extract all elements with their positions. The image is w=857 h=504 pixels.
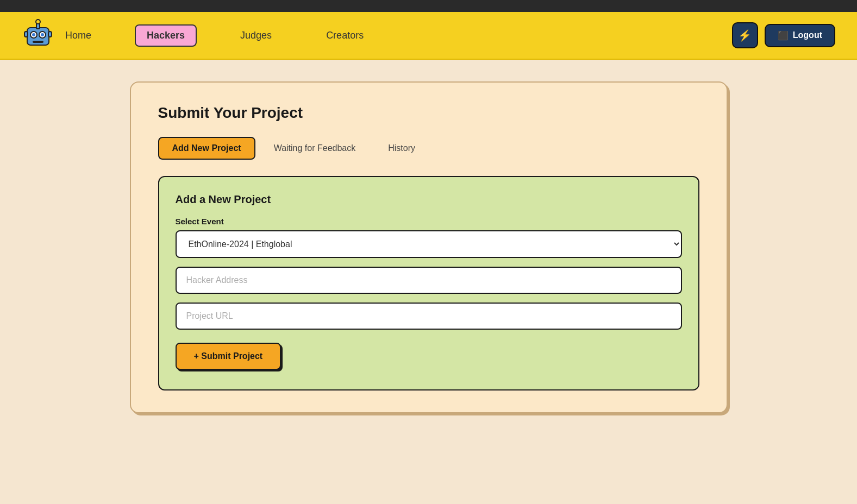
tabs-bar: Add New Project Waiting for Feedback His… (158, 137, 699, 160)
navbar-links: Home Hackers Judges Creators (54, 24, 732, 47)
hacker-address-input[interactable] (176, 267, 682, 294)
svg-rect-9 (48, 32, 52, 37)
logout-icon: ⬛ (778, 30, 789, 41)
nav-judges[interactable]: Judges (229, 26, 283, 46)
svg-point-5 (32, 33, 35, 36)
tab-add-new-project[interactable]: Add New Project (158, 137, 255, 160)
submit-project-button[interactable]: + Submit Project (176, 343, 282, 370)
page-title: Submit Your Project (158, 104, 699, 122)
logo[interactable] (22, 18, 54, 53)
select-event-label: Select Event (176, 217, 682, 226)
svg-point-6 (41, 33, 44, 36)
svg-rect-8 (24, 32, 28, 37)
main-content: Submit Your Project Add New Project Wait… (0, 60, 857, 435)
top-bar (0, 0, 857, 12)
nav-hackers[interactable]: Hackers (135, 24, 197, 47)
lightning-icon: ⚡ (738, 29, 752, 42)
tab-history[interactable]: History (374, 137, 429, 160)
navbar: Home Hackers Judges Creators ⚡ ⬛ Logout (0, 12, 857, 60)
project-url-input[interactable] (176, 303, 682, 330)
icon-button[interactable]: ⚡ (732, 22, 758, 48)
svg-rect-7 (33, 41, 43, 43)
logout-button[interactable]: ⬛ Logout (765, 24, 835, 47)
nav-creators[interactable]: Creators (315, 26, 374, 46)
svg-point-2 (36, 20, 40, 24)
form-section-title: Add a New Project (176, 193, 682, 206)
add-project-form-section: Add a New Project Select Event EthOnline… (158, 176, 699, 390)
event-select[interactable]: EthOnline-2024 | Ethglobal (176, 230, 682, 258)
navbar-actions: ⚡ ⬛ Logout (732, 22, 835, 48)
tab-waiting-for-feedback[interactable]: Waiting for Feedback (260, 137, 370, 160)
nav-home[interactable]: Home (54, 26, 102, 46)
submit-project-card: Submit Your Project Add New Project Wait… (130, 81, 728, 413)
